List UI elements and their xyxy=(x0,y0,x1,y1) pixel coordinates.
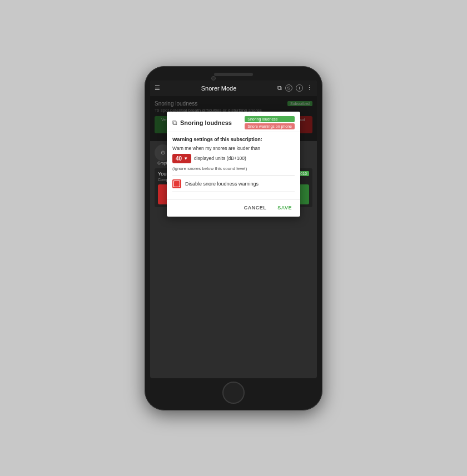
phone-speaker xyxy=(214,73,253,76)
warning-settings-title: Warning settings of this subscription: xyxy=(172,137,295,142)
dialog-body: Warning settings of this subscription: W… xyxy=(167,132,300,199)
dropdown-unit-text: displayed units (dB+100) xyxy=(194,156,246,161)
disable-warnings-checkbox[interactable] xyxy=(172,179,181,188)
graph-icon: ⊙ xyxy=(161,149,165,156)
home-button[interactable] xyxy=(222,382,245,404)
tab-snoring-loudness[interactable]: Snoring loudness xyxy=(245,116,295,122)
divider-2 xyxy=(172,192,295,192)
dropdown-value: 40 xyxy=(176,156,182,162)
dollar-icon[interactable]: S xyxy=(285,84,292,92)
phone-device: ☰ Snorer Mode ⧉ S i ⋮ Snoring loudness S… xyxy=(145,66,322,410)
top-bar: ☰ Snorer Mode ⧉ S i ⋮ xyxy=(150,81,317,96)
filter-icon[interactable]: ⧉ xyxy=(277,84,282,92)
dialog-title: Snoring loudness xyxy=(180,119,232,126)
dialog-header: ⧉ Snoring loudness Snoring loudness Snor… xyxy=(167,112,300,132)
tab-snore-warnings[interactable]: Snore warnings on phone xyxy=(245,123,295,129)
save-button[interactable]: SAVE xyxy=(275,203,295,212)
cancel-button[interactable]: CANCEL xyxy=(241,203,270,212)
dropdown-row: 40 ▼ displayed units (dB+100) xyxy=(172,154,295,163)
dialog: ⧉ Snoring loudness Snoring loudness Snor… xyxy=(167,112,300,217)
checkbox-row[interactable]: Disable snore loudness warnings xyxy=(172,179,295,188)
dialog-tabs: Snoring loudness Snore warnings on phone xyxy=(245,116,295,129)
ignore-text: (ignore snores below this sound level) xyxy=(172,166,295,171)
info-icon[interactable]: i xyxy=(296,84,303,92)
phone-screen: ☰ Snorer Mode ⧉ S i ⋮ Snoring loudness S… xyxy=(150,81,317,378)
loudness-dropdown[interactable]: 40 ▼ xyxy=(172,154,191,163)
dialog-title-icon: ⧉ xyxy=(172,119,177,127)
app-title: Snorer Mode xyxy=(160,85,277,92)
checkbox-inner xyxy=(174,181,180,187)
dialog-title-row: ⧉ Snoring loudness xyxy=(172,119,232,127)
divider-1 xyxy=(172,176,295,176)
warn-me-text: Warn me when my snores are louder than xyxy=(172,146,295,151)
more-icon[interactable]: ⋮ xyxy=(306,84,312,92)
dropdown-arrow-icon: ▼ xyxy=(183,156,188,161)
dialog-actions: CANCEL SAVE xyxy=(167,199,300,217)
menu-icon[interactable]: ☰ xyxy=(155,84,160,92)
checkbox-label: Disable snore loudness warnings xyxy=(185,181,259,187)
top-bar-icons: ⧉ S i ⋮ xyxy=(277,84,312,92)
dialog-overlay: ⧉ Snoring loudness Snoring loudness Snor… xyxy=(150,96,317,141)
app-content: Snoring loudness Subscribed To spot pote… xyxy=(150,96,317,141)
phone-camera xyxy=(211,76,216,81)
